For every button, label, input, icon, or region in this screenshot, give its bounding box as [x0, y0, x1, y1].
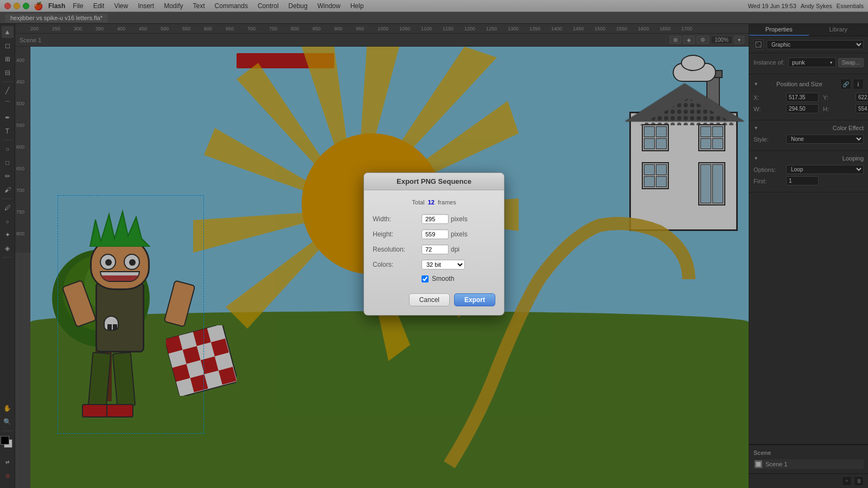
- dialog-resolution-label: Resolution:: [373, 246, 422, 253]
- dialog-title: Export PNG Sequence: [397, 177, 471, 185]
- smooth-label: Smooth: [432, 275, 454, 282]
- dialog-width-input[interactable]: [422, 214, 449, 224]
- cancel-button[interactable]: Cancel: [409, 293, 450, 306]
- modal-overlay: Export PNG Sequence Total 12 frames Widt…: [0, 0, 868, 488]
- dialog-height-row: Height: pixels: [373, 229, 495, 239]
- export-dialog: Export PNG Sequence Total 12 frames Widt…: [363, 172, 505, 316]
- export-button[interactable]: Export: [454, 293, 495, 306]
- dialog-info-row: Total 12 frames: [373, 199, 495, 206]
- dialog-width-unit: pixels: [451, 215, 468, 223]
- dialog-colors-select[interactable]: 32 bit 24 bit 8 bit: [422, 260, 465, 269]
- dialog-colors-label: Colors:: [373, 261, 422, 268]
- dialog-width-label: Width:: [373, 215, 422, 223]
- dialog-buttons: Cancel Export: [373, 289, 495, 306]
- dialog-resolution-input[interactable]: [422, 245, 449, 254]
- dialog-colors-row: Colors: 32 bit 24 bit 8 bit: [373, 260, 495, 269]
- dialog-resolution-row: Resolution: dpi: [373, 245, 495, 254]
- dialog-height-input[interactable]: [422, 229, 449, 239]
- dialog-body: Total 12 frames Width: pixels Height: pi…: [364, 190, 504, 315]
- dialog-height-label: Height:: [373, 230, 422, 238]
- dialog-titlebar: Export PNG Sequence: [364, 173, 504, 190]
- dialog-width-row: Width: pixels: [373, 214, 495, 224]
- dialog-height-unit: pixels: [451, 230, 468, 238]
- dialog-smooth-row: Smooth: [422, 275, 495, 282]
- dialog-resolution-unit: dpi: [451, 246, 459, 253]
- smooth-checkbox[interactable]: [422, 275, 429, 282]
